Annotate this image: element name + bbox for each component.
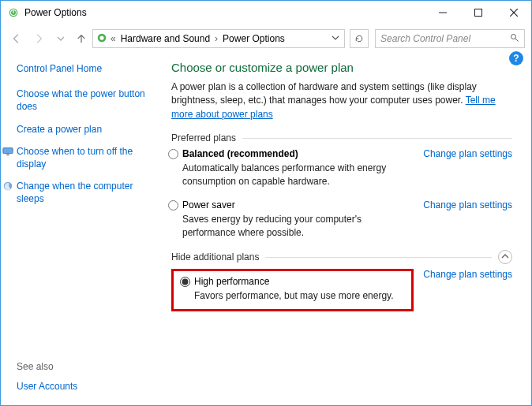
turn-off-display-link[interactable]: Choose when to turn off the display (17, 145, 159, 170)
address-dropdown[interactable] (330, 33, 341, 44)
main-panel: ? Choose or customize a power plan A pow… (167, 53, 531, 406)
computer-sleeps-link[interactable]: Change when the computer sleeps (17, 180, 159, 205)
additional-plans-header: Hide additional plans (171, 250, 512, 264)
svg-line-9 (515, 38, 519, 41)
sleep-icon (2, 181, 13, 192)
maximize-button[interactable] (460, 1, 496, 24)
chevron-right-icon: › (213, 33, 219, 44)
search-icon[interactable] (510, 33, 519, 45)
breadcrumb-hardware[interactable]: Hardware and Sound (119, 32, 212, 46)
svg-rect-10 (3, 147, 13, 153)
power-saver-title: Power saver (182, 199, 414, 210)
refresh-button[interactable] (350, 29, 369, 48)
display-icon (2, 146, 13, 157)
minimize-button[interactable] (425, 1, 460, 24)
highlight-box: High performance Favors performance, but… (171, 269, 414, 311)
balanced-title: Balanced (recommended) (182, 148, 414, 159)
high-performance-radio[interactable] (180, 277, 190, 287)
see-also-label: See also (17, 361, 77, 372)
titlebar: Power Options (1, 1, 531, 24)
additional-plans-label: Hide additional plans (171, 251, 265, 263)
intro-body: A power plan is a collection of hardware… (171, 81, 477, 106)
see-also-section: See also User Accounts (17, 361, 77, 393)
address-bar[interactable]: « Hardware and Sound › Power Options (92, 29, 345, 48)
create-power-plan-link[interactable]: Create a power plan (17, 123, 159, 136)
choose-power-button-link[interactable]: Choose what the power button does (17, 88, 159, 113)
divider (242, 138, 512, 139)
sidebar: Control Panel Home Choose what the power… (1, 53, 167, 406)
high-performance-title: High performance (194, 276, 405, 287)
svg-point-8 (511, 34, 516, 39)
help-icon[interactable]: ? (509, 51, 523, 65)
svg-rect-11 (6, 154, 9, 155)
search-placeholder: Search Control Panel (380, 33, 510, 44)
plan-balanced: Balanced (recommended) Automatically bal… (171, 148, 512, 188)
page-heading: Choose or customize a power plan (171, 61, 512, 74)
balanced-radio[interactable] (168, 149, 178, 159)
chevron-right-icon[interactable]: « (109, 33, 118, 44)
preferred-plans-label: Preferred plans (171, 132, 242, 143)
high-performance-desc: Favors performance, but may use more ene… (194, 289, 405, 303)
balanced-change-settings-link[interactable]: Change plan settings (423, 148, 512, 188)
control-panel-icon (96, 32, 107, 46)
preferred-plans-header: Preferred plans (171, 132, 512, 143)
svg-point-7 (99, 35, 103, 39)
balanced-desc: Automatically balances performance with … (182, 162, 414, 188)
divider (265, 257, 492, 258)
power-saver-desc: Saves energy by reducing your computer's… (182, 213, 414, 240)
power-saver-change-settings-link[interactable]: Change plan settings (423, 199, 512, 240)
search-input[interactable]: Search Control Panel (375, 29, 525, 48)
collapse-additional-button[interactable] (498, 250, 512, 264)
high-performance-change-settings-link[interactable]: Change plan settings (423, 269, 512, 311)
intro-text: A power plan is a collection of hardware… (171, 80, 512, 121)
user-accounts-link[interactable]: User Accounts (17, 380, 77, 393)
content-area: Control Panel Home Choose what the power… (1, 53, 531, 406)
navbar: « Hardware and Sound › Power Options Sea… (1, 24, 531, 53)
up-button[interactable] (73, 29, 89, 48)
breadcrumb-power-options[interactable]: Power Options (221, 32, 287, 46)
app-icon (7, 6, 20, 19)
window-title: Power Options (24, 7, 425, 18)
svg-rect-3 (474, 9, 481, 17)
control-panel-home-link[interactable]: Control Panel Home (17, 62, 159, 75)
close-button[interactable] (496, 1, 531, 24)
recent-dropdown[interactable] (51, 29, 70, 48)
plan-high-performance: High performance Favors performance, but… (171, 269, 512, 311)
power-saver-radio[interactable] (168, 200, 178, 210)
back-button[interactable] (7, 29, 26, 48)
forward-button[interactable] (29, 29, 48, 48)
plan-power-saver: Power saver Saves energy by reducing you… (171, 199, 512, 240)
